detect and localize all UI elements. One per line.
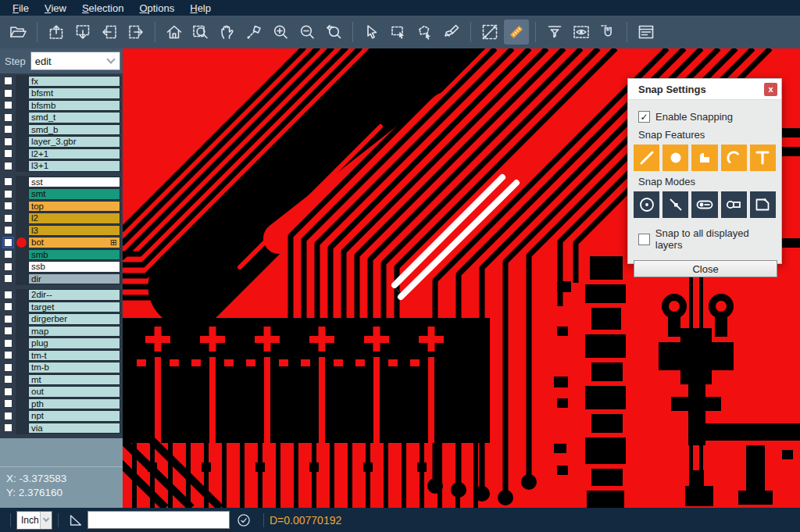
command-input[interactable] [88,511,230,529]
layer-name[interactable]: bot⊞ [28,237,120,248]
layer-name[interactable]: tm-t [28,350,120,362]
layer-name[interactable]: layer_3.gbr [28,136,120,148]
snap-magnet-button[interactable] [595,20,620,45]
query-form-button[interactable] [634,20,659,45]
layer-name[interactable]: smb [28,249,120,261]
layer-checkbox[interactable] [4,137,12,146]
pan-right-button[interactable] [123,20,148,45]
layer-checkbox[interactable] [4,101,12,109]
layer-checkbox[interactable] [4,125,12,134]
pan-up-button[interactable] [44,20,69,45]
layer-checkbox[interactable] [4,149,12,158]
layer-name[interactable]: ssb [28,261,120,273]
layer-checkbox[interactable] [4,302,12,311]
menu-file[interactable]: File [5,2,37,15]
layer-checkbox[interactable] [4,177,12,186]
snap-feature-surface-button[interactable] [691,145,717,171]
layer-name[interactable]: smd_b [28,124,120,136]
layer-checkbox[interactable] [4,202,12,210]
layer-checkbox[interactable] [4,387,12,396]
sync-icon[interactable] [236,512,252,528]
snap-mode-slot-button[interactable] [721,191,747,218]
select-polygon-button[interactable] [412,20,438,45]
select-arrow-button[interactable] [359,20,384,45]
snap-mode-midpoint-button[interactable] [662,191,688,218]
layer-checkbox[interactable] [4,412,12,420]
layer-name[interactable]: 2dir-- [28,289,120,301]
layer-checkbox[interactable] [4,274,12,283]
layer-name[interactable]: pth [28,398,120,410]
layer-checkbox[interactable] [4,351,12,359]
zoom-in-button[interactable] [268,20,293,45]
layer-name[interactable]: plug [28,337,120,349]
ruler-button[interactable] [504,20,529,45]
layer-checkbox[interactable] [4,291,12,299]
layer-name[interactable]: tm-b [28,362,120,373]
layer-checkbox[interactable] [4,399,12,408]
layer-checkbox[interactable] [4,113,12,122]
pan-hand-button[interactable] [215,20,240,45]
layer-name[interactable]: sst [28,177,120,188]
layer-name[interactable]: top [28,201,120,212]
home-view-button[interactable] [162,20,187,45]
snap-feature-arc-button[interactable] [721,145,747,171]
close-button[interactable]: Close [634,260,777,277]
layer-name[interactable]: fx [28,76,120,87]
pan-down-button[interactable] [70,20,95,45]
layer-checkbox[interactable] [4,339,12,348]
layer-name[interactable]: dirgerber [28,313,120,325]
layer-name[interactable]: l2 [28,212,120,224]
layer-checkbox[interactable] [4,190,12,198]
layer-checkbox[interactable] [4,162,12,170]
move-vertex-button[interactable] [241,20,266,45]
measure-button[interactable] [477,20,502,45]
layer-checkbox[interactable] [4,423,12,432]
dialog-titlebar[interactable]: Snap Settings x [628,79,781,100]
layer-name[interactable]: bfsmt [28,87,120,99]
layer-checkbox[interactable] [4,250,12,259]
layer-name[interactable]: target [28,302,120,313]
layer-name[interactable]: l2+1 [28,148,120,160]
snap-feature-line-button[interactable] [634,145,659,171]
snap-mode-slot-line-button[interactable] [691,191,717,218]
layer-name[interactable]: npt [28,410,120,422]
snap-feature-pad-button[interactable] [662,145,688,171]
layer-name[interactable]: mt [28,374,120,386]
enable-snapping-checkbox[interactable] [638,111,650,123]
snap-all-layers-checkbox[interactable] [638,234,650,245]
dialog-close-button[interactable]: x [764,83,777,96]
menu-options[interactable]: Options [131,2,182,15]
zoom-previous-button[interactable] [321,20,346,45]
snap-feature-text-button[interactable] [750,145,776,171]
snap-mode-outline-button[interactable] [750,191,776,218]
menu-help[interactable]: Help [182,2,219,15]
select-rectangle-button[interactable] [386,20,411,45]
layer-checkbox[interactable] [4,238,12,247]
layer-name[interactable]: smd_t [28,112,120,123]
layer-checkbox[interactable] [4,363,12,372]
layer-checkbox[interactable] [4,77,12,85]
layer-checkbox[interactable] [4,327,12,335]
layer-name[interactable]: out [28,386,120,398]
zoom-window-button[interactable] [188,20,213,45]
open-file-button[interactable] [5,20,30,45]
step-select[interactable]: edit [30,52,120,70]
layer-checkbox[interactable] [4,262,12,271]
layer-name[interactable]: map [28,326,120,337]
layer-name[interactable]: dir [28,273,120,285]
layer-name[interactable]: bfsmb [28,100,120,112]
snap-mode-center-button[interactable] [634,191,659,218]
menu-selection[interactable]: Selection [74,2,131,15]
layer-checkbox[interactable] [4,89,12,98]
layer-name[interactable]: smt [28,188,120,200]
select-brush-button[interactable] [439,20,464,45]
layer-checkbox[interactable] [4,315,12,323]
layer-checkbox[interactable] [4,226,12,234]
zoom-out-button[interactable] [295,20,320,45]
layer-checkbox[interactable] [4,375,12,384]
layer-name[interactable]: l3+1 [28,160,120,172]
layer-name[interactable]: via [28,423,120,434]
highlight-view-button[interactable] [569,20,594,45]
layer-name[interactable]: l3 [28,225,120,237]
unit-select[interactable]: Inch [16,511,52,530]
